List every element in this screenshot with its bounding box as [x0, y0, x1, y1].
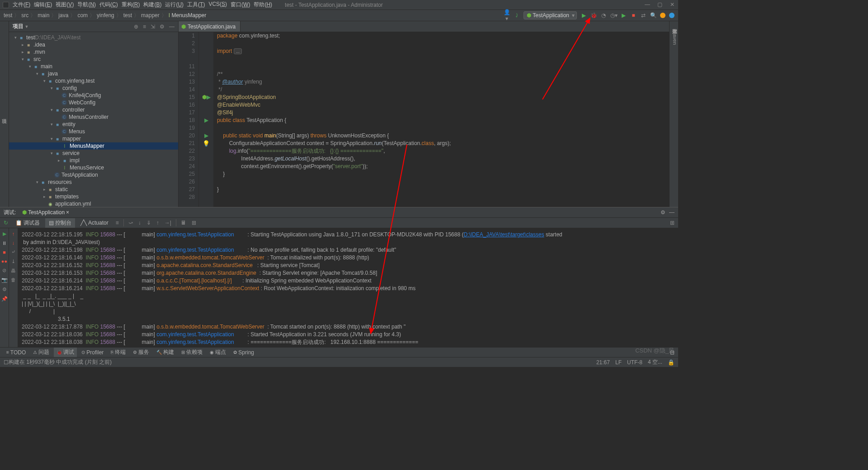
trace-icon[interactable]: ⊞: [190, 220, 198, 226]
pause-icon[interactable]: ⏸: [2, 240, 7, 246]
menu-item[interactable]: 运行(U): [165, 1, 184, 9]
minimize-panel-icon[interactable]: —: [669, 209, 675, 216]
expand-icon[interactable]: ⇲: [151, 24, 155, 30]
menu-item[interactable]: 工具(T): [187, 1, 205, 9]
maven-side-tab[interactable]: Maven: [671, 28, 678, 47]
tool-window-tab[interactable]: ⚙ 服务: [130, 348, 152, 357]
tree-node[interactable]: ▾■com.yinfeng.test: [9, 77, 178, 85]
tool-window-tab[interactable]: ⊞ 依赖项: [179, 348, 205, 357]
file-encoding[interactable]: UTF-8: [627, 359, 642, 366]
clear-icon[interactable]: 🗑: [11, 277, 16, 282]
pin-icon[interactable]: 📌: [1, 296, 8, 302]
tree-node[interactable]: ▾■controller: [9, 106, 178, 113]
breadcrumb-item[interactable]: mapper: [141, 12, 160, 19]
search-icon[interactable]: 🔍: [650, 12, 656, 19]
evaluate-icon[interactable]: 🖩: [179, 220, 188, 226]
debugger-tab[interactable]: 📋 调试器: [12, 218, 43, 228]
console-output[interactable]: 2022-03-12 22:18:15.195 INFO 15688 --- […: [18, 228, 678, 347]
coverage-icon[interactable]: ◔: [600, 12, 607, 19]
breadcrumb-item[interactable]: com: [77, 12, 88, 19]
tree-node[interactable]: CMenus: [9, 128, 178, 135]
menu-item[interactable]: 文件(F): [13, 1, 30, 9]
step-into-icon[interactable]: ↓: [137, 220, 143, 226]
hide-icon[interactable]: —: [169, 24, 175, 30]
resume-icon[interactable]: ▶: [3, 231, 6, 237]
breadcrumb-item[interactable]: I MenusMapper: [169, 12, 206, 19]
step-out-icon[interactable]: ↑: [155, 220, 161, 226]
code-editor[interactable]: 123111213141516171819202122232425262728 …: [179, 32, 669, 207]
tree-node[interactable]: CWebConfig: [9, 99, 178, 106]
tree-node[interactable]: ▾■entity: [9, 121, 178, 128]
tree-node[interactable]: CTestApplication: [9, 171, 178, 179]
database-side-tab[interactable]: 数据库: [671, 23, 678, 27]
breadcrumb-item[interactable]: test: [123, 12, 132, 19]
scroll-end-icon[interactable]: ⤓: [11, 258, 15, 264]
tree-node[interactable]: ▾■config: [9, 85, 178, 92]
tree-node[interactable]: ▾■src: [9, 56, 178, 63]
close-icon[interactable]: ✕: [670, 1, 675, 8]
tool-window-tab[interactable]: ≡ TODO: [4, 348, 28, 357]
avatar-1[interactable]: [660, 13, 665, 18]
menu-item[interactable]: 编辑(E): [34, 1, 52, 9]
stop-icon[interactable]: ■: [630, 12, 637, 19]
attach-icon[interactable]: ▶: [620, 12, 627, 19]
stop-debug-icon[interactable]: ■: [3, 249, 6, 255]
maximize-icon[interactable]: ▢: [657, 1, 663, 8]
tree-node[interactable]: ▾■test D:\IDEA_JAVA\test: [9, 34, 178, 41]
mute-bp-icon[interactable]: ⊘: [2, 268, 6, 273]
actuator-tab[interactable]: ╱╲ Actuator: [77, 219, 112, 227]
force-step-icon[interactable]: ⇓: [145, 220, 153, 226]
camera-icon[interactable]: 📷: [1, 277, 8, 283]
run-icon[interactable]: ▶: [580, 12, 587, 19]
build-icon[interactable]: ⤸: [514, 12, 520, 19]
tree-node[interactable]: ◉application.yml: [9, 200, 178, 207]
menu-item[interactable]: 视图(V): [56, 1, 74, 9]
menu-item[interactable]: 帮助(H): [254, 1, 272, 9]
profile-icon[interactable]: ◷▾: [610, 12, 617, 19]
breakpoints-icon[interactable]: ●●: [1, 258, 7, 264]
project-title[interactable]: 项目: [13, 23, 28, 30]
down-stack-icon[interactable]: ↓: [12, 240, 15, 245]
step-over-icon[interactable]: ⤻: [127, 220, 135, 226]
tree-node[interactable]: ▾■resources: [9, 179, 178, 186]
caret-position[interactable]: 21:67: [596, 359, 610, 366]
menu-item[interactable]: 窗口(W): [231, 1, 250, 9]
tree-node[interactable]: CKnife4jConfig: [9, 92, 178, 99]
lock-icon[interactable]: 🔒: [668, 359, 675, 366]
menu-item[interactable]: 代码(C): [99, 1, 118, 9]
line-separator[interactable]: LF: [615, 359, 622, 366]
run-config-selector[interactable]: ⬢ TestApplication: [524, 11, 577, 19]
debug-run-tab[interactable]: ⬢TestApplication ×: [19, 208, 72, 216]
breadcrumb-item[interactable]: src: [21, 12, 28, 19]
tree-node[interactable]: IMenusService: [9, 164, 178, 171]
menu-item[interactable]: 重构(R): [122, 1, 140, 9]
avatar-2[interactable]: [669, 13, 675, 18]
minimize-icon[interactable]: —: [645, 1, 650, 8]
menu-item[interactable]: VCS(S): [208, 1, 227, 9]
tool-window-tab[interactable]: ⊙ Profiler: [79, 348, 106, 357]
indent-info[interactable]: 4 空...: [648, 358, 662, 366]
breadcrumb-item[interactable]: yinfeng: [97, 12, 114, 19]
tool-window-tab[interactable]: ✿ Spring: [231, 348, 257, 357]
breadcrumb-item[interactable]: test: [4, 12, 12, 19]
menu-item[interactable]: 导航(N): [77, 1, 96, 9]
tool-window-tab[interactable]: ⎘ 终端: [108, 348, 128, 357]
threads-icon[interactable]: ≡: [114, 220, 121, 226]
console-tab[interactable]: ▤ 控制台: [45, 218, 75, 228]
menu-item[interactable]: 构建(B): [143, 1, 161, 9]
target-icon[interactable]: ⊕: [134, 24, 138, 30]
layout-icon[interactable]: ⊞: [668, 220, 676, 226]
vcs-icon[interactable]: ⇄: [640, 12, 646, 19]
tree-node[interactable]: IMenusMapper: [9, 142, 178, 150]
project-side-tab[interactable]: 项目: [0, 23, 9, 207]
tree-node[interactable]: ▸■impl: [9, 157, 178, 164]
breadcrumb-item[interactable]: java: [58, 12, 68, 19]
rerun-icon[interactable]: ↻: [2, 220, 10, 226]
wrap-icon[interactable]: ⤶: [11, 249, 15, 255]
tree-node[interactable]: ▾■main: [9, 63, 178, 70]
tree-node[interactable]: ▸■templates: [9, 193, 178, 200]
gear-icon[interactable]: ⚙: [160, 24, 165, 30]
editor-tab[interactable]: ⬢ TestApplication.java: [179, 21, 241, 32]
breadcrumb-item[interactable]: main: [38, 12, 49, 19]
tool-window-tab[interactable]: 🔨 构建: [154, 348, 177, 357]
